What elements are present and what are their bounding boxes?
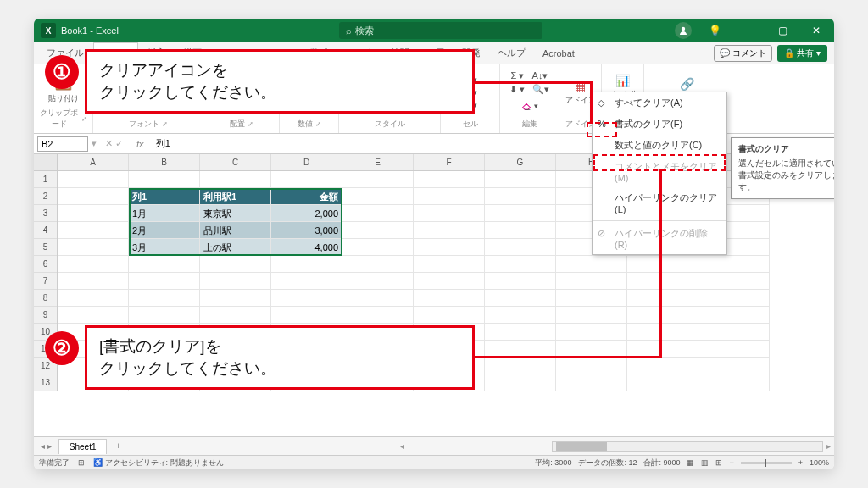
col-header[interactable]: G	[485, 154, 556, 170]
zoom-in[interactable]: +	[798, 458, 803, 467]
sheet-tab[interactable]: Sheet1	[58, 439, 108, 454]
cell[interactable]: 2,000	[271, 205, 342, 222]
row-header[interactable]: 2	[34, 188, 57, 205]
hscrollbar[interactable]	[552, 441, 823, 452]
select-all-corner[interactable]	[34, 154, 58, 170]
row-header[interactable]: 6	[34, 256, 57, 273]
lightbulb-icon[interactable]: 💡	[704, 25, 726, 36]
row-header[interactable]: 5	[34, 239, 57, 256]
col-header[interactable]: C	[200, 154, 271, 170]
minimize-button[interactable]: —	[737, 25, 760, 36]
row-header[interactable]: 9	[34, 307, 57, 324]
callout-2-text: [書式のクリア]を クリックしてください。	[99, 336, 276, 380]
row-header[interactable]: 13	[34, 374, 57, 391]
callout-number-1: ①	[45, 55, 79, 89]
maximize-button[interactable]: ▢	[771, 25, 793, 36]
col-header[interactable]: A	[58, 154, 129, 170]
col-header[interactable]: E	[342, 154, 414, 170]
cell[interactable]: 3月	[129, 239, 200, 256]
menu-clear-all[interactable]: ◇すべてクリア(A)	[593, 92, 726, 114]
col-header[interactable]: D	[271, 154, 342, 170]
link-remove-icon: ⊘	[598, 228, 605, 239]
row-header[interactable]: 8	[34, 290, 57, 307]
close-button[interactable]: ✕	[805, 25, 827, 36]
search-icon: ⌕	[346, 25, 352, 36]
app-icon: X	[41, 23, 56, 38]
callout-2: ② [書式のクリア]を クリックしてください。	[85, 325, 475, 390]
row-header[interactable]: 1	[34, 171, 57, 188]
callout-1-text: クリアアイコンを クリックしてください。	[99, 59, 276, 103]
clear-button[interactable]: ▾	[517, 97, 542, 114]
col-header[interactable]: B	[129, 154, 200, 170]
menu-clear-contents[interactable]: 数式と値のクリア(C)	[593, 135, 726, 156]
pdf-icon: 🔗	[680, 77, 694, 91]
svg-point-0	[682, 27, 685, 30]
tooltip-title: 書式のクリア	[738, 143, 834, 155]
cell[interactable]: 品川駅	[200, 222, 271, 239]
window-title: Book1 - Excel	[61, 25, 119, 36]
status-ready: 準備完了	[39, 458, 70, 469]
callout-1: ① クリアアイコンを クリックしてください。	[85, 49, 475, 114]
autosum[interactable]: Σ ▾ A↓▾	[511, 70, 548, 81]
row-header[interactable]: 4	[34, 222, 57, 239]
tab-nav[interactable]: ◂ ▸	[34, 441, 58, 451]
callout-number-2: ②	[45, 331, 79, 365]
cell[interactable]: 3,000	[271, 222, 342, 239]
cell[interactable]: 東京駅	[200, 205, 271, 222]
view-normal-icon[interactable]: ▦	[687, 458, 694, 467]
status-count: データの個数: 12	[578, 458, 637, 469]
view-layout-icon[interactable]: ▥	[701, 458, 709, 467]
row-header[interactable]: 7	[34, 273, 57, 290]
zoom-percent[interactable]: 100%	[810, 458, 829, 467]
table-header[interactable]: 利用駅1	[200, 188, 271, 205]
comment-button[interactable]: 💬コメント	[714, 45, 772, 62]
rec-icon: ⊞	[78, 458, 85, 467]
user-avatar[interactable]	[675, 22, 692, 39]
tab-help[interactable]: ヘルプ	[490, 42, 533, 64]
menu-clear-formats[interactable]: %書式のクリア(F)	[593, 114, 726, 135]
sheet-tabs: ◂ ▸ Sheet1 + ◂ ▸	[34, 436, 834, 455]
eraser-icon: ◇	[598, 97, 604, 108]
accessibility-status[interactable]: ♿ アクセシビリティ: 問題ありません	[93, 458, 224, 469]
search-placeholder: 検索	[355, 25, 374, 37]
col-header[interactable]: F	[414, 154, 485, 170]
tab-acrobat[interactable]: Acrobat	[535, 44, 582, 63]
cell[interactable]: 上の駅	[200, 239, 271, 256]
share-icon: 🔒	[784, 48, 794, 58]
view-break-icon[interactable]: ⊞	[715, 458, 722, 467]
status-sum: 合計: 9000	[643, 458, 680, 469]
table-header[interactable]: 金額	[271, 188, 342, 205]
table-header[interactable]: 列1	[129, 188, 200, 205]
zoom-slider[interactable]	[741, 462, 792, 464]
new-sheet-button[interactable]: +	[107, 441, 129, 451]
row-header[interactable]: 3	[34, 205, 57, 222]
fx-icon[interactable]: fx	[128, 139, 153, 149]
tooltip: 書式のクリア 選んだセルに適用されている書式設定のみをクリアします。	[731, 137, 834, 199]
cell[interactable]: 4,000	[271, 239, 342, 256]
cell[interactable]: 1月	[129, 205, 200, 222]
comment-icon: 💬	[720, 48, 730, 58]
percent-icon: %	[598, 119, 606, 129]
titlebar: X Book1 - Excel ⌕ 検索 💡 — ▢ ✕	[34, 19, 834, 42]
analysis-icon: 📊	[615, 74, 630, 87]
fill[interactable]: ⬇ ▾ 🔍▾	[509, 84, 549, 95]
search-box[interactable]: ⌕ 検索	[339, 22, 542, 39]
formula-value[interactable]: 列1	[153, 137, 170, 150]
cell[interactable]: 2月	[129, 222, 200, 239]
tooltip-body: 選んだセルに適用されている書式設定のみをクリアします。	[738, 158, 834, 193]
name-box[interactable]: B2	[37, 136, 88, 152]
share-button[interactable]: 🔒共有▾	[777, 45, 827, 62]
status-avg: 平均: 3000	[535, 458, 571, 469]
zoom-out[interactable]: −	[729, 458, 733, 467]
status-bar: 準備完了 ⊞ ♿ アクセシビリティ: 問題ありません 平均: 3000 データの…	[34, 455, 834, 469]
